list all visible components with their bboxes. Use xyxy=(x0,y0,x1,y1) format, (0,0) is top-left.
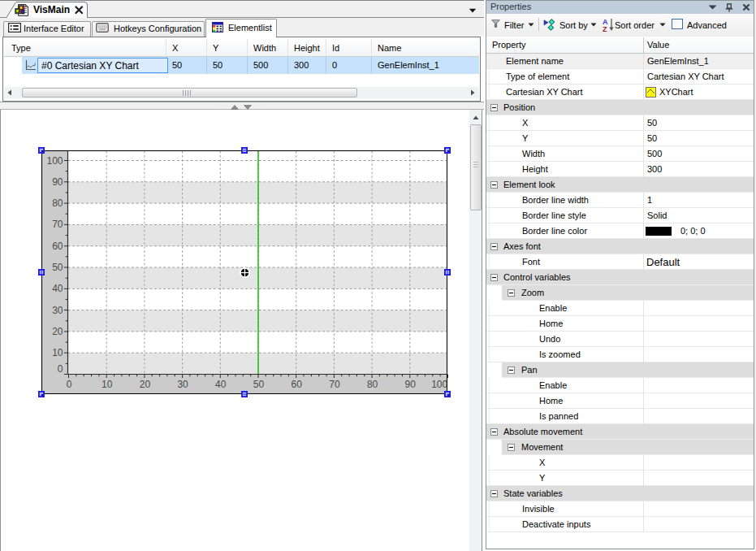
svg-text:0: 0 xyxy=(58,363,63,375)
svg-text:100: 100 xyxy=(46,155,63,167)
svg-text:40: 40 xyxy=(215,379,227,390)
svg-text:70: 70 xyxy=(52,219,63,230)
svg-text:20: 20 xyxy=(140,379,151,390)
svg-text:20: 20 xyxy=(52,326,63,337)
svg-text:70: 70 xyxy=(329,379,340,390)
svg-text:80: 80 xyxy=(367,379,378,390)
svg-text:100: 100 xyxy=(431,379,447,390)
svg-text:90: 90 xyxy=(52,176,63,188)
svg-text:60: 60 xyxy=(52,241,63,252)
svg-text:30: 30 xyxy=(177,379,188,390)
svg-text:Z: Z xyxy=(603,25,607,33)
svg-text:40: 40 xyxy=(52,283,63,294)
svg-text:60: 60 xyxy=(292,379,303,390)
svg-text:10: 10 xyxy=(52,347,63,358)
svg-text:80: 80 xyxy=(52,197,63,209)
svg-text:30: 30 xyxy=(52,305,63,316)
svg-text:50: 50 xyxy=(52,262,63,273)
svg-text:50: 50 xyxy=(253,379,265,390)
svg-text:0: 0 xyxy=(67,379,72,390)
svg-text:10: 10 xyxy=(102,379,113,390)
svg-text:90: 90 xyxy=(405,379,417,390)
